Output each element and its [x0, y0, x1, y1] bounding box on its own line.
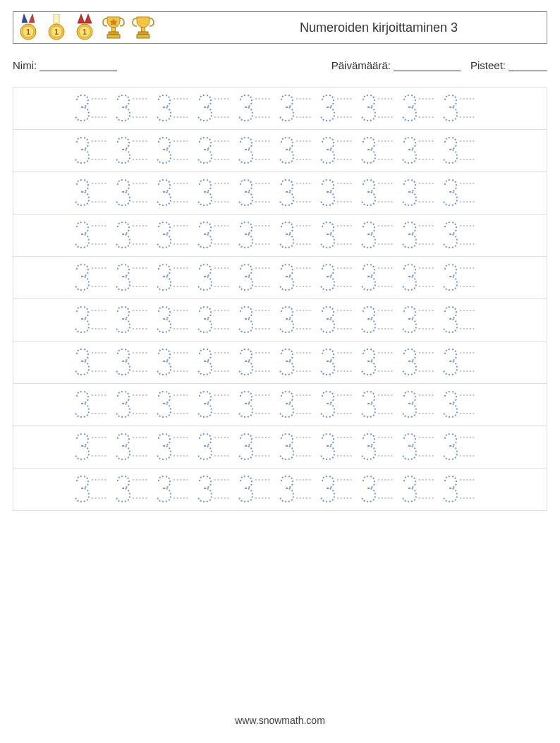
trace-digit-cell[interactable]	[195, 221, 236, 250]
trace-digit-cell[interactable]	[195, 263, 236, 293]
trace-digit-cell[interactable]	[114, 136, 154, 166]
trace-digit-cell[interactable]	[318, 221, 359, 250]
trace-digit-cell[interactable]	[400, 136, 441, 166]
trace-digit-cell[interactable]	[236, 179, 277, 208]
trace-digit-cell[interactable]	[154, 136, 195, 166]
trace-digit-cell[interactable]	[73, 179, 114, 208]
trace-digit-cell[interactable]	[441, 179, 482, 208]
trace-digit-cell[interactable]	[359, 433, 400, 462]
trace-digit-cell[interactable]	[114, 94, 154, 123]
trace-digit-cell[interactable]	[236, 136, 277, 166]
trace-digit-cell[interactable]	[236, 433, 277, 462]
trace-digit-cell[interactable]	[277, 348, 318, 377]
trace-digit-cell[interactable]	[441, 263, 482, 293]
trace-digit-cell[interactable]	[236, 221, 277, 250]
trace-digit-cell[interactable]	[236, 306, 277, 335]
trace-digit-cell[interactable]	[73, 263, 114, 293]
trace-digit-cell[interactable]	[318, 263, 359, 293]
trace-digit-cell[interactable]	[400, 179, 441, 208]
trace-digit-cell[interactable]	[277, 433, 318, 462]
name-field-blank[interactable]	[39, 71, 117, 71]
trace-digit-cell[interactable]	[359, 348, 400, 377]
trace-digit-cell[interactable]	[441, 221, 482, 250]
trace-digit-cell[interactable]	[73, 348, 114, 377]
trace-digit-cell[interactable]	[318, 390, 359, 420]
trace-digit-cell[interactable]	[236, 94, 277, 123]
trace-digit-cell[interactable]	[318, 94, 359, 123]
trace-digit-cell[interactable]	[73, 433, 114, 462]
trace-digit-cell[interactable]	[441, 475, 482, 505]
trace-digit-cell[interactable]	[400, 94, 441, 123]
trace-digit-cell[interactable]	[318, 306, 359, 335]
trace-digit-cell[interactable]	[359, 221, 400, 250]
trace-digit-cell[interactable]	[441, 348, 482, 377]
trace-digit-cell[interactable]	[73, 475, 114, 505]
trace-digit-cell[interactable]	[400, 433, 441, 462]
trace-digit-cell[interactable]	[236, 348, 277, 377]
trace-digit-cell[interactable]	[277, 263, 318, 293]
trace-digit-cell[interactable]	[318, 136, 359, 166]
trace-digit-cell[interactable]	[154, 433, 195, 462]
trace-digit-cell[interactable]	[441, 136, 482, 166]
trace-digit-cell[interactable]	[154, 94, 195, 123]
trace-digit-cell[interactable]	[277, 475, 318, 505]
trace-digit-cell[interactable]	[318, 475, 359, 505]
trace-digit-cell[interactable]	[441, 306, 482, 335]
trace-digit-cell[interactable]	[73, 390, 114, 420]
trace-digit-cell[interactable]	[277, 306, 318, 335]
trace-digit-cell[interactable]	[154, 475, 195, 505]
trace-digit-cell[interactable]	[114, 306, 154, 335]
trace-digit-cell[interactable]	[154, 221, 195, 250]
trace-digit-cell[interactable]	[195, 94, 236, 123]
trace-digit-cell[interactable]	[195, 136, 236, 166]
trace-digit-cell[interactable]	[277, 94, 318, 123]
trace-digit-cell[interactable]	[114, 433, 154, 462]
trace-digit-cell[interactable]	[441, 94, 482, 123]
trace-digit-cell[interactable]	[236, 263, 277, 293]
trace-digit-cell[interactable]	[400, 306, 441, 335]
trace-digit-cell[interactable]	[277, 136, 318, 166]
trace-digit-cell[interactable]	[114, 475, 154, 505]
trace-digit-cell[interactable]	[277, 390, 318, 420]
trace-digit-cell[interactable]	[154, 179, 195, 208]
trace-digit-cell[interactable]	[359, 306, 400, 335]
trace-digit-cell[interactable]	[195, 390, 236, 420]
trace-digit-cell[interactable]	[400, 390, 441, 420]
trace-digit-cell[interactable]	[400, 475, 441, 505]
trace-digit-cell[interactable]	[400, 348, 441, 377]
trace-digit-cell[interactable]	[236, 390, 277, 420]
trace-digit-cell[interactable]	[441, 433, 482, 462]
trace-digit-cell[interactable]	[195, 433, 236, 462]
trace-digit-cell[interactable]	[73, 306, 114, 335]
trace-digit-cell[interactable]	[114, 390, 154, 420]
score-field-blank[interactable]	[509, 71, 547, 71]
trace-digit-cell[interactable]	[359, 136, 400, 166]
trace-digit-cell[interactable]	[154, 263, 195, 293]
trace-digit-cell[interactable]	[359, 390, 400, 420]
trace-digit-cell[interactable]	[114, 348, 154, 377]
trace-digit-cell[interactable]	[114, 263, 154, 293]
trace-digit-cell[interactable]	[73, 136, 114, 166]
trace-digit-cell[interactable]	[359, 263, 400, 293]
trace-digit-cell[interactable]	[195, 306, 236, 335]
trace-digit-cell[interactable]	[236, 475, 277, 505]
trace-digit-cell[interactable]	[154, 348, 195, 377]
trace-digit-cell[interactable]	[318, 433, 359, 462]
trace-digit-cell[interactable]	[114, 179, 154, 208]
trace-digit-cell[interactable]	[195, 475, 236, 505]
trace-digit-cell[interactable]	[154, 390, 195, 420]
trace-digit-cell[interactable]	[195, 179, 236, 208]
trace-digit-cell[interactable]	[318, 179, 359, 208]
trace-digit-cell[interactable]	[359, 475, 400, 505]
trace-digit-cell[interactable]	[277, 179, 318, 208]
trace-digit-cell[interactable]	[441, 390, 482, 420]
trace-digit-cell[interactable]	[195, 348, 236, 377]
trace-digit-cell[interactable]	[359, 179, 400, 208]
trace-digit-cell[interactable]	[73, 221, 114, 250]
trace-digit-cell[interactable]	[277, 221, 318, 250]
trace-digit-cell[interactable]	[359, 94, 400, 123]
trace-digit-cell[interactable]	[400, 263, 441, 293]
trace-digit-cell[interactable]	[154, 306, 195, 335]
trace-digit-cell[interactable]	[73, 94, 114, 123]
date-field-blank[interactable]	[394, 71, 461, 71]
